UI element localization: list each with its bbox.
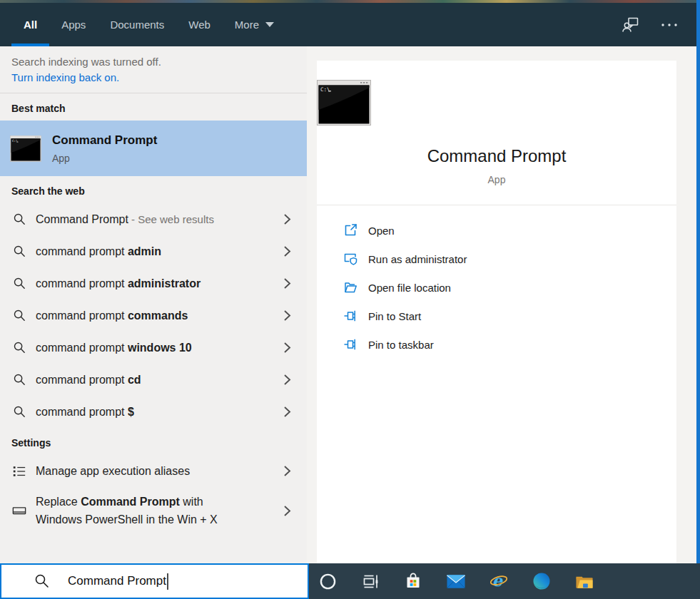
text-part: command prompt bbox=[36, 342, 128, 354]
magnifier-icon bbox=[12, 341, 26, 355]
chevron-down-icon bbox=[265, 22, 274, 27]
best-match-text: Command Prompt App bbox=[52, 133, 157, 164]
svg-text:e: e bbox=[492, 572, 504, 590]
tab-web[interactable]: Web bbox=[176, 3, 223, 46]
search-suggestion-row[interactable]: command prompt administrator bbox=[0, 267, 307, 300]
preview-panel: C:\ Command Prompt App OpenRun as admini… bbox=[307, 46, 696, 563]
row-label: command prompt admin bbox=[36, 242, 283, 260]
task-view-button[interactable] bbox=[361, 571, 380, 591]
preview-title: Command Prompt bbox=[317, 146, 676, 166]
magnifier-icon bbox=[12, 213, 26, 227]
indexing-notice: Search indexing was turned off. Turn ind… bbox=[0, 46, 307, 93]
tab-documents[interactable]: Documents bbox=[98, 3, 176, 46]
internet-explorer-button[interactable]: e bbox=[490, 571, 508, 591]
svg-text:C:\: C:\ bbox=[320, 86, 330, 93]
row-label: Manage app execution aliases bbox=[36, 462, 283, 480]
text-part: windows 10 bbox=[128, 342, 192, 354]
best-match-title: Command Prompt bbox=[52, 133, 157, 148]
pin-start-icon bbox=[343, 309, 357, 323]
edge-button[interactable] bbox=[532, 571, 551, 591]
action-open[interactable]: Open bbox=[343, 216, 676, 245]
text-part: command prompt bbox=[36, 309, 128, 322]
more-options-button[interactable] bbox=[661, 3, 678, 46]
command-prompt-icon-large: C:\ bbox=[317, 80, 676, 126]
feedback-button[interactable] bbox=[622, 3, 639, 46]
chevron-right-icon bbox=[283, 465, 291, 477]
best-match-result[interactable]: C:\ Command Prompt App bbox=[0, 121, 307, 176]
taskbar: Command Prompt bbox=[0, 563, 700, 599]
spacer bbox=[286, 3, 600, 46]
action-label: Open file location bbox=[368, 282, 451, 294]
action-run-as-administrator[interactable]: Run as administrator bbox=[343, 245, 676, 273]
text-part: cd bbox=[128, 374, 141, 386]
magnifier-icon bbox=[12, 373, 26, 387]
search-suggestion-row[interactable]: command prompt admin bbox=[0, 235, 307, 267]
text-part: commands bbox=[128, 309, 188, 322]
tab-label: Documents bbox=[110, 19, 164, 31]
action-pin-to-start[interactable]: Pin to Start bbox=[343, 302, 676, 330]
pin-taskbar-icon bbox=[343, 337, 357, 352]
mail-button[interactable] bbox=[447, 571, 465, 591]
settings-row[interactable]: Manage app execution aliases bbox=[0, 455, 307, 487]
row-label: command prompt administrator bbox=[36, 275, 283, 292]
text-part: Manage app execution aliases bbox=[36, 465, 190, 477]
window-icon bbox=[12, 503, 26, 518]
chevron-right-icon bbox=[283, 406, 291, 418]
search-suggestion-row[interactable]: command prompt windows 10 bbox=[0, 332, 307, 364]
search-suggestion-row[interactable]: command prompt $ bbox=[0, 396, 307, 428]
edge-icon bbox=[532, 572, 551, 590]
row-label: Replace Command Prompt withWindows Power… bbox=[36, 493, 283, 528]
tab-more[interactable]: More bbox=[223, 3, 286, 46]
tab-apps[interactable]: Apps bbox=[49, 3, 98, 46]
turn-indexing-on-link[interactable]: Turn indexing back on. bbox=[11, 71, 119, 83]
text-part: Command Prompt bbox=[81, 496, 180, 508]
mail-icon bbox=[447, 574, 465, 589]
settings-results-list: Manage app execution aliasesReplace Comm… bbox=[0, 455, 307, 534]
svg-text:C:\: C:\ bbox=[12, 139, 18, 143]
search-input[interactable]: Command Prompt bbox=[0, 563, 309, 599]
chevron-right-icon bbox=[283, 277, 291, 290]
action-pin-to-taskbar[interactable]: Pin to taskbar bbox=[343, 330, 676, 359]
store-icon bbox=[404, 572, 422, 591]
preview-subtitle: App bbox=[317, 174, 676, 205]
tab-label: Apps bbox=[61, 19, 86, 31]
row-label: Command Prompt - See web results bbox=[36, 210, 283, 228]
action-label: Open bbox=[368, 225, 395, 237]
file-location-icon bbox=[343, 280, 357, 295]
taskbar-icons: e bbox=[309, 563, 618, 599]
text-part: command prompt bbox=[36, 277, 128, 290]
context-actions-list: OpenRun as administratorOpen file locati… bbox=[317, 205, 676, 359]
cortana-button[interactable] bbox=[318, 571, 337, 591]
search-suggestion-row[interactable]: command prompt commands bbox=[0, 300, 307, 332]
settings-row[interactable]: Replace Command Prompt withWindows Power… bbox=[0, 487, 307, 534]
magnifier-icon bbox=[12, 245, 26, 259]
text-part: admin bbox=[128, 245, 161, 257]
text-part: command prompt bbox=[36, 245, 128, 257]
tab-label: Web bbox=[188, 19, 210, 31]
text-part: Replace bbox=[36, 496, 81, 508]
file-explorer-button[interactable] bbox=[575, 571, 594, 591]
settings-header: Settings bbox=[0, 428, 307, 455]
row-label: command prompt windows 10 bbox=[36, 339, 283, 357]
action-open-file-location[interactable]: Open file location bbox=[343, 273, 676, 302]
chevron-right-icon bbox=[283, 342, 291, 354]
row-label: command prompt $ bbox=[36, 403, 283, 421]
search-input-value: Command Prompt bbox=[68, 574, 166, 588]
search-icon bbox=[34, 573, 50, 589]
text-part: with bbox=[180, 496, 203, 508]
run-admin-icon bbox=[343, 252, 357, 266]
cortana-icon bbox=[319, 573, 337, 590]
search-suggestion-row[interactable]: command prompt cd bbox=[0, 364, 307, 396]
best-match-header: Best match bbox=[0, 93, 307, 121]
text-part: command prompt bbox=[36, 374, 128, 386]
tab-label: More bbox=[235, 19, 259, 31]
open-icon bbox=[343, 223, 357, 237]
preview-header: C:\ Command Prompt App bbox=[317, 61, 676, 205]
chevron-right-icon bbox=[283, 309, 291, 322]
action-label: Pin to Start bbox=[368, 310, 421, 322]
tab-all[interactable]: All bbox=[11, 3, 49, 46]
store-button[interactable] bbox=[404, 571, 422, 591]
action-label: Pin to taskbar bbox=[368, 339, 434, 351]
search-suggestion-row[interactable]: Command Prompt - See web results bbox=[0, 203, 307, 235]
text-part: - See web results bbox=[128, 213, 214, 225]
